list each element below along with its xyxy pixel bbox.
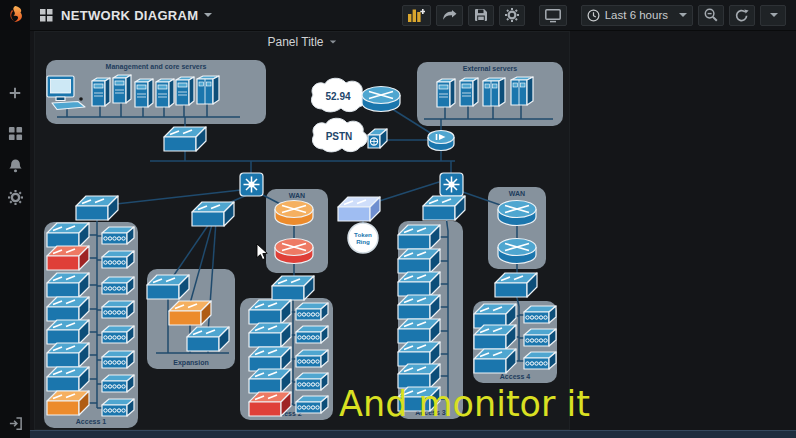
- top-navbar: NETWORK DIAGRAM: [0, 0, 796, 31]
- refresh-button[interactable]: [729, 5, 755, 26]
- switch-node: [337, 196, 381, 222]
- dashboard-grid-icon: [40, 9, 53, 22]
- strip-node: [101, 226, 135, 246]
- strip-node: [295, 349, 329, 369]
- switch-node: [397, 294, 441, 320]
- svg-text:PSTN: PSTN: [326, 131, 353, 142]
- strip-node: [295, 302, 329, 322]
- strip-node: [295, 372, 329, 392]
- refresh-icon: [735, 9, 749, 22]
- time-picker-button[interactable]: Last 6 hours: [581, 5, 693, 26]
- sign-in-icon: [8, 416, 23, 431]
- chevron-down-icon: [204, 13, 212, 17]
- network-diagram: Management and core serversExternal serv…: [0, 0, 796, 438]
- strip-node: [101, 300, 135, 320]
- settings-button[interactable]: [499, 5, 525, 26]
- strip-node: [101, 276, 135, 296]
- strip-node: [101, 374, 135, 394]
- dashboard-title: NETWORK DIAGRAM: [61, 8, 198, 23]
- add-panel-button[interactable]: [402, 5, 431, 26]
- switch-node: [168, 300, 212, 326]
- switch-node: [186, 326, 230, 352]
- router-node: [273, 198, 315, 228]
- strip-node: [101, 398, 135, 418]
- switch-node: [494, 272, 538, 298]
- chevron-down-icon: [679, 13, 687, 17]
- tv-icon: [545, 8, 561, 23]
- sidebar-item-alerting[interactable]: [0, 152, 30, 178]
- switch-node: [473, 348, 517, 374]
- mlswitch-node: [239, 172, 264, 197]
- next-panel-edge: [30, 430, 796, 438]
- server-node: [434, 78, 456, 108]
- mouse-cursor: [256, 243, 270, 261]
- grafana-logo[interactable]: [0, 0, 30, 30]
- cycle-view-button[interactable]: [539, 5, 567, 26]
- cloud-node: PSTN: [308, 115, 370, 159]
- server-node: [457, 77, 479, 107]
- switch-node: [46, 272, 90, 298]
- chevron-down-icon: [329, 40, 335, 43]
- strip-node: [101, 350, 135, 370]
- save-icon: [474, 8, 488, 22]
- server2-node: [194, 75, 220, 105]
- add-panel-icon: [408, 8, 425, 22]
- switch-node: [422, 195, 466, 221]
- sidebar-item-configuration[interactable]: [0, 184, 30, 210]
- server2-node: [508, 76, 534, 106]
- cube-node: [364, 127, 389, 153]
- share-icon: [442, 9, 457, 22]
- zoom-out-button[interactable]: [698, 5, 724, 26]
- strip-node: [101, 250, 135, 270]
- share-button[interactable]: [436, 5, 463, 26]
- grafana-flame-icon: [4, 4, 26, 26]
- router-node: [496, 198, 538, 228]
- router-node: [496, 236, 538, 266]
- sidebar-item-sign-in[interactable]: [0, 410, 30, 436]
- switch-node: [163, 126, 207, 152]
- save-button[interactable]: [468, 5, 494, 26]
- bell-icon: [8, 158, 23, 173]
- strip-node: [295, 395, 329, 415]
- gear-icon: [505, 8, 519, 22]
- side-menu: ?: [0, 30, 30, 438]
- switch-node: [271, 275, 315, 301]
- switch-node: [248, 391, 292, 417]
- switch-node: [191, 201, 235, 227]
- sidebar-item-dashboards[interactable]: [0, 120, 30, 146]
- navbar-actions: Last 6 hours: [397, 5, 796, 26]
- strip-node: [295, 325, 329, 345]
- strip-node: [523, 351, 557, 371]
- server2-node: [480, 77, 506, 107]
- switch-node: [46, 390, 90, 416]
- server-node: [110, 74, 132, 104]
- switch-node: [473, 324, 517, 350]
- overlay-annotation: And monitor it: [339, 384, 590, 424]
- strip-node: [523, 305, 557, 325]
- switch-node: [46, 342, 90, 368]
- mlswitch-node: [439, 172, 464, 197]
- switch-node: [75, 195, 119, 221]
- dashboard-title-button[interactable]: NETWORK DIAGRAM: [40, 8, 212, 23]
- refresh-interval-button[interactable]: [760, 5, 786, 26]
- server-node: [173, 76, 195, 106]
- router-node: [273, 236, 315, 266]
- chevron-down-icon: [770, 13, 778, 17]
- server-node: [132, 78, 154, 108]
- strip-node: [101, 325, 135, 345]
- apps-grid-icon: [8, 126, 23, 141]
- server-node: [89, 77, 111, 107]
- svg-text:Token: Token: [354, 231, 372, 238]
- strip-node: [523, 328, 557, 348]
- switch-node: [248, 322, 292, 348]
- workstation-node: [44, 75, 90, 113]
- clock-icon: [587, 9, 600, 22]
- server-node: [153, 78, 175, 108]
- token-node: TokenRing: [347, 222, 379, 254]
- hub-node: [426, 129, 456, 153]
- zoom-out-icon: [704, 8, 718, 22]
- panel-title: Panel Title: [267, 35, 323, 49]
- sidebar-item-create[interactable]: [0, 80, 30, 106]
- gear-icon: [8, 190, 23, 205]
- panel-title-button[interactable]: Panel Title: [34, 33, 570, 51]
